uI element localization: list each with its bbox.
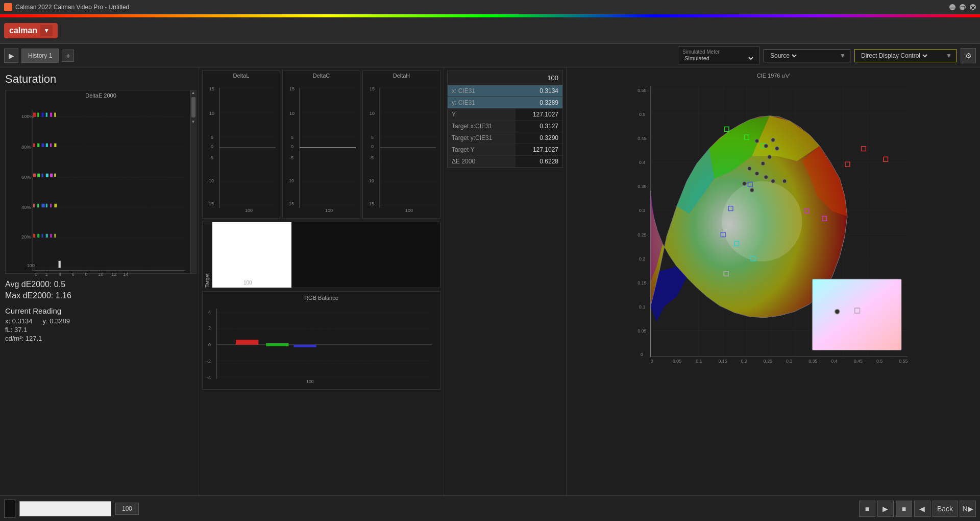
table-cell-value: 127.1027 <box>516 109 562 121</box>
cie-chart-title: CIE 1976 u'v' <box>570 70 977 81</box>
svg-text:0: 0 <box>371 144 374 149</box>
close-button[interactable]: ✕ <box>970 4 976 10</box>
table-cell-label: Y <box>448 109 516 121</box>
table-cell-label: Target x:CIE31 <box>448 121 516 132</box>
window-controls: ─ □ ✕ <box>949 4 976 10</box>
svg-rect-178 <box>845 162 850 167</box>
stop-square-button[interactable]: ■ <box>896 501 912 517</box>
svg-rect-52 <box>59 261 61 268</box>
table-cell-value: 0.3289 <box>516 97 562 109</box>
svg-text:-10: -10 <box>207 178 214 183</box>
swatch-value-label: 100 <box>243 280 252 286</box>
table-row: Y127.1027 <box>448 109 562 121</box>
svg-text:0.05: 0.05 <box>673 359 681 364</box>
svg-rect-46 <box>50 234 52 238</box>
meter-select[interactable]: Simulated <box>682 55 755 62</box>
svg-text:-10: -10 <box>287 178 294 183</box>
svg-rect-113 <box>236 340 258 345</box>
slider-bar[interactable] <box>19 501 111 516</box>
svg-point-190 <box>755 139 759 143</box>
svg-text:0: 0 <box>211 144 213 149</box>
source-select[interactable]: Source <box>768 52 798 60</box>
back-label-button[interactable]: Back <box>933 501 958 517</box>
add-tab-button[interactable]: + <box>62 50 74 62</box>
play-button[interactable]: ▶ <box>4 49 18 63</box>
svg-text:100: 100 <box>245 208 253 213</box>
calman-logo: calman ▼ <box>4 23 58 38</box>
svg-rect-45 <box>50 204 52 207</box>
svg-text:0.2: 0.2 <box>741 359 747 364</box>
svg-text:60%: 60% <box>21 175 31 180</box>
minimize-button[interactable]: ─ <box>949 4 955 10</box>
svg-rect-47 <box>54 113 56 117</box>
scroll-thumb[interactable] <box>191 97 195 117</box>
current-reading-title: Current Reading <box>5 306 193 315</box>
svg-text:12: 12 <box>111 272 116 277</box>
deltal-svg: 15 10 5 0 -5 -10 -15 100 <box>203 80 280 213</box>
svg-point-202 <box>782 179 787 183</box>
svg-rect-172 <box>812 279 901 350</box>
settings-button[interactable]: ⚙ <box>961 48 976 63</box>
deltah-title: DeltaH <box>363 71 440 80</box>
svg-rect-28 <box>37 144 39 147</box>
svg-rect-177 <box>884 157 888 161</box>
svg-point-201 <box>750 188 754 192</box>
svg-text:0: 0 <box>208 342 211 347</box>
svg-point-194 <box>768 155 772 159</box>
table-row: Target Y127.1027 <box>448 144 562 156</box>
right-data-panel: 100 x: CIE310.3134y: CIE310.3289Y127.102… <box>444 67 567 521</box>
deltah-chart: DeltaH 15 10 5 0 -5 -10 -15 100 <box>362 70 440 219</box>
data-header: 100 x: CIE310.3134y: CIE310.3289Y127.102… <box>447 70 563 168</box>
svg-rect-179 <box>724 127 729 131</box>
svg-rect-37 <box>46 113 47 117</box>
meter-group: Simulated Meter Simulated <box>678 46 760 64</box>
svg-rect-27 <box>37 113 39 117</box>
svg-text:0.55: 0.55 <box>638 88 646 93</box>
svg-text:10: 10 <box>370 111 375 116</box>
table-cell-label: ΔE 2000 <box>448 156 516 168</box>
toolbar: ▶ History 1 + Simulated Meter Simulated … <box>0 44 980 67</box>
ddc-select[interactable]: Direct Display Control <box>859 52 929 60</box>
scroll-bar[interactable]: ▲ ▼ <box>190 90 196 273</box>
svg-text:100: 100 <box>405 208 413 213</box>
svg-text:20%: 20% <box>21 234 31 240</box>
svg-text:8: 8 <box>85 272 87 277</box>
svg-text:0.3: 0.3 <box>639 208 645 213</box>
app-header: calman ▼ <box>0 17 980 44</box>
svg-rect-41 <box>46 234 48 238</box>
svg-rect-33 <box>41 144 44 147</box>
scroll-down-icon[interactable]: ▼ <box>191 120 195 124</box>
svg-text:4: 4 <box>208 310 211 315</box>
svg-text:0.15: 0.15 <box>638 280 646 286</box>
play-pause-button[interactable]: ▶ <box>877 501 894 517</box>
history-tab[interactable]: History 1 <box>21 49 59 63</box>
stop-button[interactable]: ■ <box>859 501 875 517</box>
svg-text:10: 10 <box>209 111 214 116</box>
svg-point-191 <box>764 144 768 148</box>
table-row: y: CIE310.3289 <box>448 97 562 109</box>
back-button[interactable]: ◀ <box>914 501 930 517</box>
svg-text:0.2: 0.2 <box>639 256 645 262</box>
svg-text:0: 0 <box>641 352 643 357</box>
svg-text:0.4: 0.4 <box>639 160 645 165</box>
svg-text:-5: -5 <box>370 155 374 160</box>
fl-val: fL: 37.1 <box>5 326 193 334</box>
svg-text:-2: -2 <box>207 359 211 364</box>
maximize-button[interactable]: □ <box>960 4 966 10</box>
svg-text:5: 5 <box>371 135 374 140</box>
rgb-balance-section: RGB Balance 4 2 0 -2 -4 100 <box>202 291 440 390</box>
max-de-stat: Max dE2000: 1.16 <box>5 291 193 300</box>
svg-rect-176 <box>861 147 866 151</box>
svg-text:10: 10 <box>289 111 295 116</box>
svg-text:0.25: 0.25 <box>764 359 772 364</box>
value-display: 100 <box>115 503 139 515</box>
svg-rect-32 <box>41 113 43 117</box>
svg-rect-35 <box>41 204 44 207</box>
svg-text:0.5: 0.5 <box>876 359 883 364</box>
svg-text:6: 6 <box>72 272 75 277</box>
next-button[interactable]: N▶ <box>960 501 976 517</box>
logo-dropdown-button[interactable]: ▼ <box>40 25 53 36</box>
svg-point-192 <box>771 138 775 142</box>
scroll-up-icon[interactable]: ▲ <box>191 90 195 95</box>
svg-rect-24 <box>33 174 36 177</box>
